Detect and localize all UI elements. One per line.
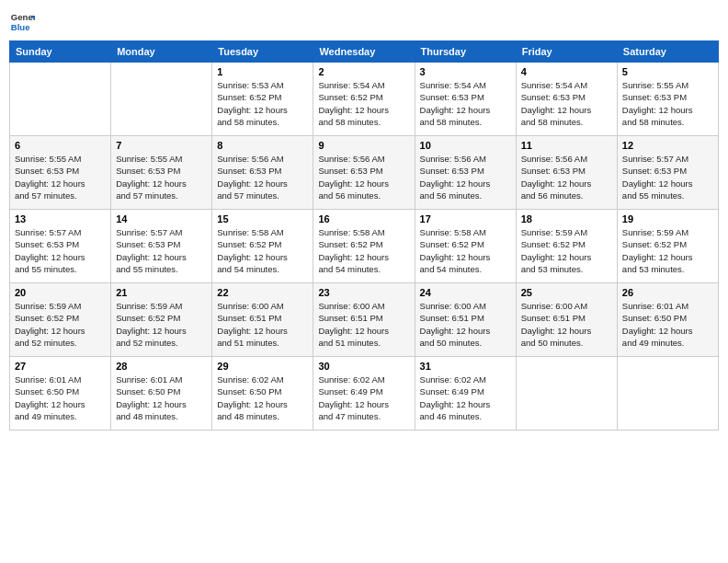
day-number: 9 <box>318 140 409 151</box>
logo-icon: General Blue <box>9 9 35 35</box>
page-header: General Blue <box>9 9 719 35</box>
calendar-cell: 24Sunrise: 6:00 AM Sunset: 6:51 PM Dayli… <box>415 283 516 357</box>
day-info: Sunrise: 5:55 AM Sunset: 6:53 PM Dayligh… <box>116 153 207 201</box>
day-info: Sunrise: 5:58 AM Sunset: 6:52 PM Dayligh… <box>217 226 308 275</box>
day-info: Sunrise: 5:59 AM Sunset: 6:52 PM Dayligh… <box>521 226 612 275</box>
day-number: 2 <box>318 66 409 77</box>
day-number: 24 <box>420 287 511 298</box>
calendar-cell: 14Sunrise: 5:57 AM Sunset: 6:53 PM Dayli… <box>111 210 212 283</box>
calendar-cell: 29Sunrise: 6:02 AM Sunset: 6:50 PM Dayli… <box>212 357 313 431</box>
day-number: 23 <box>318 287 409 298</box>
day-number: 18 <box>521 213 612 224</box>
calendar-cell: 20Sunrise: 5:59 AM Sunset: 6:52 PM Dayli… <box>10 283 111 357</box>
day-number: 10 <box>420 140 511 151</box>
weekday-header: Friday <box>516 41 617 63</box>
day-info: Sunrise: 6:02 AM Sunset: 6:50 PM Dayligh… <box>217 373 308 422</box>
calendar-cell <box>516 357 617 431</box>
day-number: 27 <box>15 361 106 372</box>
day-number: 21 <box>116 287 207 298</box>
calendar-cell: 21Sunrise: 5:59 AM Sunset: 6:52 PM Dayli… <box>111 283 212 357</box>
calendar-cell: 7Sunrise: 5:55 AM Sunset: 6:53 PM Daylig… <box>111 136 212 210</box>
calendar-cell: 4Sunrise: 5:54 AM Sunset: 6:53 PM Daylig… <box>516 63 617 136</box>
calendar-cell: 9Sunrise: 5:56 AM Sunset: 6:53 PM Daylig… <box>313 136 415 210</box>
week-row: 20Sunrise: 5:59 AM Sunset: 6:52 PM Dayli… <box>10 283 719 357</box>
day-number: 26 <box>622 287 713 298</box>
week-row: 13Sunrise: 5:57 AM Sunset: 6:53 PM Dayli… <box>10 210 719 283</box>
day-number: 25 <box>521 287 612 298</box>
week-row: 6Sunrise: 5:55 AM Sunset: 6:53 PM Daylig… <box>10 136 719 210</box>
weekday-header: Monday <box>111 41 212 63</box>
weekday-header: Thursday <box>415 41 516 63</box>
svg-text:General: General <box>11 12 35 22</box>
calendar-cell <box>10 63 111 136</box>
calendar-cell: 31Sunrise: 6:02 AM Sunset: 6:49 PM Dayli… <box>415 357 516 431</box>
day-info: Sunrise: 5:54 AM Sunset: 6:53 PM Dayligh… <box>420 79 511 128</box>
calendar-cell: 19Sunrise: 5:59 AM Sunset: 6:52 PM Dayli… <box>617 210 718 283</box>
calendar-cell: 13Sunrise: 5:57 AM Sunset: 6:53 PM Dayli… <box>10 210 111 283</box>
day-number: 5 <box>622 66 713 77</box>
day-info: Sunrise: 6:00 AM Sunset: 6:51 PM Dayligh… <box>420 300 511 349</box>
day-number: 20 <box>15 287 106 298</box>
day-number: 11 <box>521 140 612 151</box>
day-number: 30 <box>318 361 409 372</box>
svg-text:Blue: Blue <box>11 22 30 32</box>
calendar-cell <box>617 357 718 431</box>
day-number: 4 <box>521 66 612 77</box>
weekday-header: Tuesday <box>212 41 313 63</box>
day-number: 13 <box>15 213 106 224</box>
day-info: Sunrise: 6:00 AM Sunset: 6:51 PM Dayligh… <box>318 300 409 349</box>
day-info: Sunrise: 5:56 AM Sunset: 6:53 PM Dayligh… <box>420 153 511 201</box>
day-number: 29 <box>217 361 308 372</box>
day-info: Sunrise: 5:58 AM Sunset: 6:52 PM Dayligh… <box>420 226 511 275</box>
day-info: Sunrise: 5:56 AM Sunset: 6:53 PM Dayligh… <box>217 153 308 201</box>
calendar-cell: 10Sunrise: 5:56 AM Sunset: 6:53 PM Dayli… <box>415 136 516 210</box>
day-number: 15 <box>217 213 308 224</box>
calendar-cell: 26Sunrise: 6:01 AM Sunset: 6:50 PM Dayli… <box>617 283 718 357</box>
day-number: 3 <box>420 66 511 77</box>
day-info: Sunrise: 5:56 AM Sunset: 6:53 PM Dayligh… <box>318 153 409 201</box>
calendar-cell: 12Sunrise: 5:57 AM Sunset: 6:53 PM Dayli… <box>617 136 718 210</box>
day-number: 8 <box>217 140 308 151</box>
day-info: Sunrise: 5:57 AM Sunset: 6:53 PM Dayligh… <box>116 226 207 275</box>
calendar-cell: 17Sunrise: 5:58 AM Sunset: 6:52 PM Dayli… <box>415 210 516 283</box>
day-number: 28 <box>116 361 207 372</box>
calendar-cell: 5Sunrise: 5:55 AM Sunset: 6:53 PM Daylig… <box>617 63 718 136</box>
day-number: 16 <box>318 213 409 224</box>
day-number: 22 <box>217 287 308 298</box>
day-number: 12 <box>622 140 713 151</box>
day-info: Sunrise: 6:02 AM Sunset: 6:49 PM Dayligh… <box>420 373 511 422</box>
day-number: 14 <box>116 213 207 224</box>
calendar-cell <box>111 63 212 136</box>
day-info: Sunrise: 5:58 AM Sunset: 6:52 PM Dayligh… <box>318 226 409 275</box>
day-info: Sunrise: 5:54 AM Sunset: 6:52 PM Dayligh… <box>318 79 409 128</box>
day-info: Sunrise: 5:59 AM Sunset: 6:52 PM Dayligh… <box>116 300 207 349</box>
calendar-cell: 25Sunrise: 6:00 AM Sunset: 6:51 PM Dayli… <box>516 283 617 357</box>
day-info: Sunrise: 6:01 AM Sunset: 6:50 PM Dayligh… <box>15 373 106 422</box>
calendar-cell: 18Sunrise: 5:59 AM Sunset: 6:52 PM Dayli… <box>516 210 617 283</box>
day-info: Sunrise: 6:00 AM Sunset: 6:51 PM Dayligh… <box>217 300 308 349</box>
calendar-cell: 15Sunrise: 5:58 AM Sunset: 6:52 PM Dayli… <box>212 210 313 283</box>
day-info: Sunrise: 5:59 AM Sunset: 6:52 PM Dayligh… <box>15 300 106 349</box>
weekday-header-row: SundayMondayTuesdayWednesdayThursdayFrid… <box>10 41 719 63</box>
calendar-cell: 30Sunrise: 6:02 AM Sunset: 6:49 PM Dayli… <box>313 357 415 431</box>
calendar-cell: 6Sunrise: 5:55 AM Sunset: 6:53 PM Daylig… <box>10 136 111 210</box>
day-info: Sunrise: 5:55 AM Sunset: 6:53 PM Dayligh… <box>622 79 713 128</box>
day-info: Sunrise: 5:54 AM Sunset: 6:53 PM Dayligh… <box>521 79 612 128</box>
day-info: Sunrise: 5:55 AM Sunset: 6:53 PM Dayligh… <box>15 153 106 201</box>
weekday-header: Wednesday <box>313 41 415 63</box>
day-number: 7 <box>116 140 207 151</box>
logo: General Blue <box>9 9 39 35</box>
calendar-cell: 16Sunrise: 5:58 AM Sunset: 6:52 PM Dayli… <box>313 210 415 283</box>
day-info: Sunrise: 6:01 AM Sunset: 6:50 PM Dayligh… <box>622 300 713 349</box>
day-number: 17 <box>420 213 511 224</box>
calendar-cell: 22Sunrise: 6:00 AM Sunset: 6:51 PM Dayli… <box>212 283 313 357</box>
calendar-cell: 3Sunrise: 5:54 AM Sunset: 6:53 PM Daylig… <box>415 63 516 136</box>
calendar-cell: 28Sunrise: 6:01 AM Sunset: 6:50 PM Dayli… <box>111 357 212 431</box>
day-info: Sunrise: 6:00 AM Sunset: 6:51 PM Dayligh… <box>521 300 612 349</box>
day-info: Sunrise: 6:01 AM Sunset: 6:50 PM Dayligh… <box>116 373 207 422</box>
calendar-cell: 11Sunrise: 5:56 AM Sunset: 6:53 PM Dayli… <box>516 136 617 210</box>
weekday-header: Saturday <box>617 41 718 63</box>
calendar-cell: 2Sunrise: 5:54 AM Sunset: 6:52 PM Daylig… <box>313 63 415 136</box>
calendar-cell: 8Sunrise: 5:56 AM Sunset: 6:53 PM Daylig… <box>212 136 313 210</box>
calendar-cell: 27Sunrise: 6:01 AM Sunset: 6:50 PM Dayli… <box>10 357 111 431</box>
